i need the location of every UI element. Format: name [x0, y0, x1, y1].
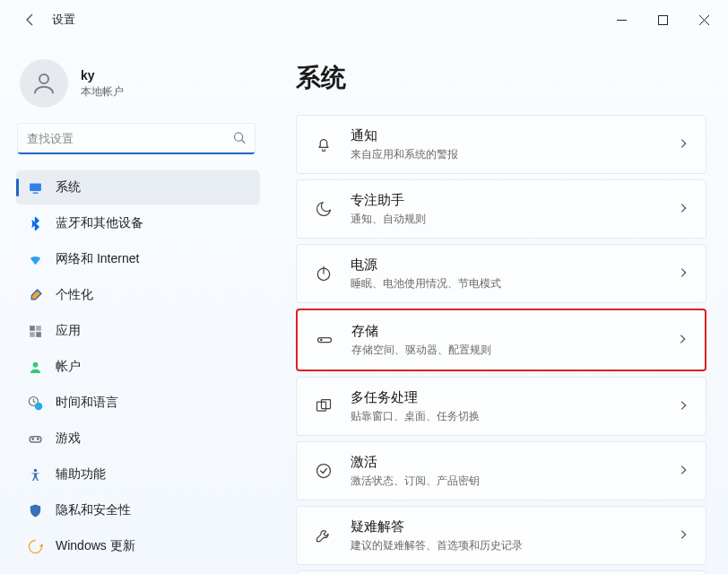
sidebar-item-label: 个性化	[56, 287, 93, 303]
sidebar-item-brush[interactable]: 个性化	[16, 278, 260, 312]
settings-rows: 通知来自应用和系统的警报专注助手通知、自动规则电源睡眠、电池使用情况、节电模式存…	[296, 115, 706, 574]
sidebar-item-gamepad[interactable]: 游戏	[16, 422, 260, 456]
svg-rect-9	[30, 326, 35, 331]
multitask-icon	[313, 396, 334, 417]
body: ky 本地帐户 系统蓝牙和其他设备网络和 Internet个性化应用帐户时间和语…	[0, 39, 728, 574]
sidebar-item-label: 游戏	[56, 430, 81, 447]
svg-rect-22	[318, 338, 332, 343]
row-texts: 疑难解答建议的疑难解答、首选项和历史记录	[351, 518, 677, 553]
row-title: 专注助手	[351, 192, 677, 209]
row-sub: 存储空间、驱动器、配置规则	[351, 343, 676, 358]
setting-row-recovery[interactable]: 恢复	[296, 570, 706, 574]
svg-rect-12	[36, 332, 41, 337]
search-wrap	[18, 124, 255, 154]
wifi-icon	[27, 251, 43, 267]
sidebar-item-label: 帐户	[56, 359, 81, 375]
close-icon	[699, 15, 709, 25]
row-texts: 电源睡眠、电池使用情况、节电模式	[351, 257, 677, 291]
svg-point-4	[39, 74, 48, 83]
nav-list: 系统蓝牙和其他设备网络和 Internet个性化应用帐户时间和语言游戏辅助功能隐…	[16, 170, 260, 563]
sidebar-item-label: 网络和 Internet	[56, 251, 139, 267]
setting-row-power[interactable]: 电源睡眠、电池使用情况、节电模式	[296, 244, 706, 303]
setting-row-notifications[interactable]: 通知来自应用和系统的警报	[296, 115, 706, 174]
main-panel: 系统 通知来自应用和系统的警报专注助手通知、自动规则电源睡眠、电池使用情况、节电…	[269, 39, 728, 574]
row-texts: 多任务处理贴靠窗口、桌面、任务切换	[351, 389, 677, 424]
sidebar-item-accessibility[interactable]: 辅助功能	[16, 457, 260, 491]
sidebar-item-apps[interactable]: 应用	[16, 314, 260, 348]
sidebar-item-wifi[interactable]: 网络和 Internet	[16, 242, 260, 276]
setting-row-troubleshoot[interactable]: 疑难解答建议的疑难解答、首选项和历史记录	[296, 506, 706, 565]
gamepad-icon	[27, 430, 43, 447]
setting-row-activation[interactable]: 激活激活状态、订阅、产品密钥	[296, 441, 706, 500]
close-button[interactable]	[683, 5, 724, 34]
sidebar-item-label: Windows 更新	[56, 538, 135, 554]
svg-point-13	[32, 361, 38, 367]
row-title: 通知	[351, 127, 677, 144]
row-sub: 贴靠窗口、桌面、任务切换	[351, 409, 677, 424]
account-section[interactable]: ky 本地帐户	[16, 54, 260, 124]
shield-icon	[27, 502, 43, 518]
chevron-right-icon	[677, 137, 689, 152]
check-circle-icon	[313, 460, 334, 482]
svg-point-26	[317, 465, 331, 478]
account-texts: ky 本地帐户	[81, 68, 124, 100]
row-texts: 通知来自应用和系统的警报	[351, 127, 677, 162]
window-controls	[601, 5, 724, 34]
setting-row-storage[interactable]: 存储存储空间、驱动器、配置规则	[296, 309, 706, 371]
page-title: 系统	[296, 61, 706, 95]
apps-icon	[27, 323, 43, 339]
row-sub: 通知、自动规则	[351, 212, 677, 227]
minimize-icon	[617, 15, 627, 25]
settings-window: 设置 ky 本地帐户	[0, 0, 728, 574]
svg-rect-11	[30, 332, 35, 337]
sidebar-item-label: 辅助功能	[56, 466, 106, 483]
maximize-button[interactable]	[642, 5, 683, 34]
sidebar-item-shield[interactable]: 隐私和安全性	[16, 493, 260, 527]
row-texts: 激活激活状态、订阅、产品密钥	[351, 454, 677, 489]
svg-rect-1	[658, 15, 667, 24]
moon-icon	[313, 198, 334, 220]
sidebar-item-clock-globe[interactable]: 时间和语言	[16, 386, 260, 420]
svg-point-5	[235, 133, 243, 141]
back-arrow-icon	[23, 13, 38, 27]
minimize-button[interactable]	[601, 5, 642, 34]
chevron-right-icon	[677, 464, 689, 479]
row-sub: 激活状态、订阅、产品密钥	[351, 474, 677, 489]
bell-icon	[313, 134, 334, 155]
maximize-icon	[658, 15, 668, 25]
chevron-right-icon	[677, 202, 689, 217]
svg-rect-16	[30, 436, 41, 441]
back-button[interactable]	[18, 7, 43, 32]
sidebar-item-display[interactable]: 系统	[16, 170, 260, 204]
svg-rect-10	[36, 326, 41, 331]
clock-globe-icon	[27, 395, 43, 411]
svg-rect-8	[32, 192, 38, 193]
title-label: 设置	[52, 12, 75, 28]
sidebar-item-label: 蓝牙和其他设备	[56, 215, 143, 231]
person-icon	[27, 359, 43, 375]
update-icon	[27, 538, 43, 554]
search-input[interactable]	[18, 124, 255, 154]
svg-line-6	[242, 140, 246, 144]
power-icon	[313, 263, 334, 284]
row-texts: 专注助手通知、自动规则	[351, 192, 677, 227]
chevron-right-icon	[676, 333, 689, 348]
setting-row-focus-assist[interactable]: 专注助手通知、自动规则	[296, 179, 706, 239]
sidebar-item-label: 隐私和安全性	[56, 502, 131, 518]
sidebar-item-label: 应用	[56, 323, 81, 339]
row-title: 存储	[351, 323, 676, 340]
setting-row-multitasking[interactable]: 多任务处理贴靠窗口、桌面、任务切换	[296, 377, 706, 436]
avatar	[20, 59, 68, 108]
chevron-right-icon	[677, 266, 689, 282]
sidebar: ky 本地帐户 系统蓝牙和其他设备网络和 Internet个性化应用帐户时间和语…	[0, 39, 269, 574]
row-sub: 睡眠、电池使用情况、节电模式	[351, 276, 677, 291]
sidebar-item-update[interactable]: Windows 更新	[16, 529, 260, 563]
search-icon	[233, 132, 246, 147]
sidebar-item-person[interactable]: 帐户	[16, 350, 260, 384]
svg-point-23	[321, 339, 322, 340]
wrench-icon	[313, 525, 334, 546]
account-name: ky	[81, 68, 124, 83]
account-type: 本地帐户	[81, 84, 124, 100]
sidebar-item-bluetooth[interactable]: 蓝牙和其他设备	[16, 206, 260, 240]
title-bar: 设置	[0, 0, 728, 39]
